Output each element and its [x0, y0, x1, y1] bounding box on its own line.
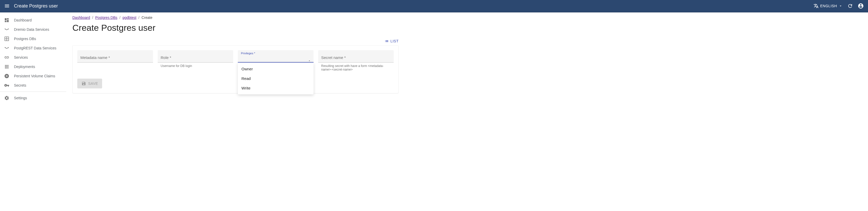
- sidebar-item-postgrest[interactable]: PostgREST Data Services: [0, 43, 66, 53]
- dremio-icon: [4, 27, 9, 32]
- breadcrumb-link-dashboard[interactable]: Dashboard: [72, 16, 90, 20]
- refresh-button[interactable]: [847, 3, 853, 9]
- privileges-dropdown: Owner Read Write: [238, 63, 314, 94]
- role-field: Username for DB login: [158, 50, 234, 71]
- privileges-option-read[interactable]: Read: [238, 74, 314, 83]
- sidebar-item-label: Postgres DBs: [14, 37, 36, 41]
- menu-button[interactable]: [4, 3, 10, 9]
- list-icon: [384, 39, 389, 43]
- secret-name-input[interactable]: [318, 50, 394, 63]
- translate-icon: [813, 3, 818, 8]
- privileges-field: Privileges * Owner Read Write: [238, 50, 314, 71]
- breadcrumb-link-pgdbtest[interactable]: pgdbtest: [123, 16, 136, 20]
- app-title: Create Postgres user: [14, 3, 813, 9]
- page-title: Create Postgres user: [72, 23, 399, 33]
- gear-icon: [4, 95, 9, 100]
- account-circle-icon: [858, 3, 864, 9]
- sidebar-item-deployments[interactable]: Deployments: [0, 62, 66, 71]
- sidebar-item-settings[interactable]: Settings: [0, 93, 66, 103]
- hamburger-icon: [4, 3, 10, 9]
- save-icon: [82, 81, 86, 86]
- account-button[interactable]: [858, 3, 864, 9]
- sidebar-item-pvc[interactable]: Persistent Volume Claims: [0, 71, 66, 81]
- apps-icon: [4, 64, 9, 69]
- list-button[interactable]: LIST: [384, 39, 399, 43]
- language-selector[interactable]: ENGLISH: [813, 3, 843, 8]
- disc-icon: [4, 73, 9, 79]
- breadcrumb-sep: /: [138, 16, 140, 20]
- secret-name-field: Resulting secret with have a form <metad…: [318, 50, 394, 71]
- breadcrumb-current: Create: [142, 16, 152, 20]
- sidebar: Dashboard Dremio Data Services Postgres …: [0, 12, 66, 103]
- sidebar-item-secrets[interactable]: Secrets: [0, 81, 66, 90]
- role-helper: Username for DB login: [158, 63, 234, 68]
- grid-icon: [4, 36, 9, 41]
- role-input[interactable]: [158, 50, 234, 63]
- save-button[interactable]: SAVE: [77, 79, 102, 88]
- metadata-name-input[interactable]: [77, 50, 153, 63]
- key-icon: [4, 83, 9, 88]
- metadata-name-field: [77, 50, 153, 71]
- list-label: LIST: [390, 39, 399, 43]
- app-bar: Create Postgres user ENGLISH: [0, 0, 868, 12]
- privileges-label: Privileges *: [241, 52, 255, 55]
- breadcrumb-link-postgres-dbs[interactable]: Postgres DBs: [95, 16, 117, 20]
- sidebar-item-label: PostgREST Data Services: [14, 46, 56, 50]
- form-card: Username for DB login Privileges * Owner…: [72, 45, 399, 93]
- sidebar-item-label: Secrets: [14, 83, 26, 87]
- chevron-down-icon: [839, 4, 843, 8]
- breadcrumb-sep: /: [92, 16, 93, 20]
- sidebar-item-label: Settings: [14, 96, 27, 100]
- main-content: Dashboard / Postgres DBs / pgdbtest / Cr…: [66, 12, 405, 103]
- privileges-option-owner[interactable]: Owner: [238, 64, 314, 74]
- dashboard-icon: [4, 18, 9, 23]
- sidebar-item-label: Persistent Volume Claims: [14, 74, 55, 78]
- language-label: ENGLISH: [820, 4, 837, 8]
- breadcrumb: Dashboard / Postgres DBs / pgdbtest / Cr…: [72, 16, 399, 20]
- secret-name-helper: Resulting secret with have a form <metad…: [318, 63, 394, 71]
- sidebar-item-dashboard[interactable]: Dashboard: [0, 16, 66, 25]
- sidebar-item-services[interactable]: Services: [0, 53, 66, 62]
- postgrest-icon: [4, 46, 9, 51]
- sidebar-item-label: Services: [14, 55, 28, 59]
- breadcrumb-sep: /: [119, 16, 120, 20]
- sidebar-item-label: Deployments: [14, 65, 35, 69]
- save-label: SAVE: [88, 82, 98, 86]
- sidebar-item-postgres-dbs[interactable]: Postgres DBs: [0, 34, 66, 43]
- sidebar-item-label: Dremio Data Services: [14, 27, 49, 32]
- sidebar-item-dremio[interactable]: Dremio Data Services: [0, 25, 66, 34]
- sidebar-item-label: Dashboard: [14, 18, 32, 22]
- refresh-icon: [847, 3, 853, 9]
- link-icon: [4, 55, 9, 60]
- privileges-option-write[interactable]: Write: [238, 83, 314, 93]
